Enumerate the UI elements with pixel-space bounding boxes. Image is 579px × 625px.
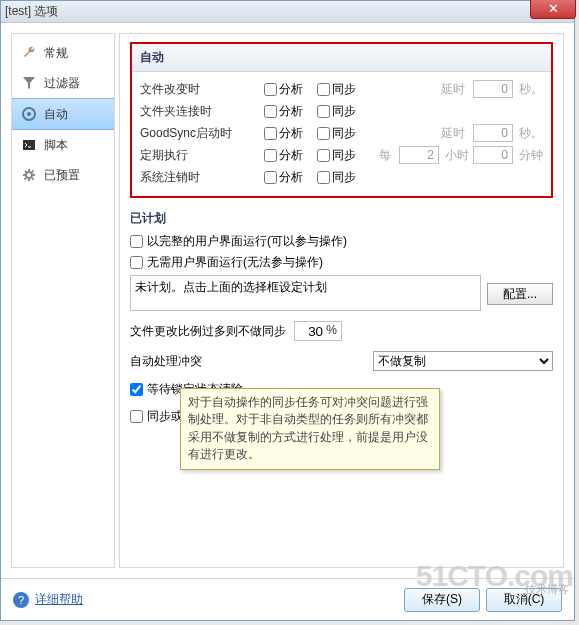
sync-checkbox[interactable]: 同步 bbox=[317, 103, 356, 120]
wrench-icon bbox=[20, 44, 38, 62]
conflict-label: 自动处理冲突 bbox=[130, 353, 202, 370]
auto-row-label: 文件夹连接时 bbox=[140, 103, 260, 120]
ratio-wrap bbox=[294, 321, 342, 341]
ratio-row: 文件更改比例过多则不做同步 bbox=[130, 321, 553, 341]
every-label: 每 bbox=[379, 147, 391, 164]
target-icon bbox=[20, 105, 38, 123]
auto-row-periodic: 定期执行 分析 同步 每 小时 分钟 bbox=[140, 144, 543, 166]
save-button[interactable]: 保存(S) bbox=[404, 588, 480, 612]
analyze-checkbox[interactable]: 分析 bbox=[264, 169, 303, 186]
window-title: [test] 选项 bbox=[5, 3, 570, 20]
sidebar-item-label: 过滤器 bbox=[44, 75, 80, 92]
delay-input[interactable] bbox=[473, 80, 513, 98]
analyze-checkbox[interactable]: 分析 bbox=[264, 81, 303, 98]
help-link[interactable]: 详细帮助 bbox=[35, 591, 83, 608]
conflict-select[interactable]: 不做复制 bbox=[373, 351, 553, 371]
body: 常规 过滤器 自动 脚本 已预置 自动 bbox=[1, 23, 574, 578]
auto-row-label: 系统注销时 bbox=[140, 169, 260, 186]
funnel-icon bbox=[20, 74, 38, 92]
auto-row-label: 文件改变时 bbox=[140, 81, 260, 98]
sync-checkbox[interactable]: 同步 bbox=[317, 147, 356, 164]
svg-point-1 bbox=[27, 112, 31, 116]
planned-title: 已计划 bbox=[130, 208, 553, 229]
sidebar-item-label: 常规 bbox=[44, 45, 68, 62]
sidebar-item-script[interactable]: 脚本 bbox=[12, 130, 114, 160]
ratio-label: 文件更改比例过多则不做同步 bbox=[130, 323, 286, 340]
sync-checkbox[interactable]: 同步 bbox=[317, 169, 356, 186]
auto-row-folderconnect: 文件夹连接时 分析 同步 bbox=[140, 100, 543, 122]
auto-row-label: 定期执行 bbox=[140, 147, 260, 164]
sidebar-item-auto[interactable]: 自动 bbox=[12, 98, 114, 130]
delay-label: 延时 bbox=[441, 125, 465, 142]
sidebar-item-preset[interactable]: 已预置 bbox=[12, 160, 114, 190]
unit-min: 分钟 bbox=[519, 147, 543, 164]
auto-rows: 文件改变时 分析 同步 延时 秒。 文件夹连接时 分析 同步 GoodSync启… bbox=[132, 72, 551, 196]
unit-sec: 秒。 bbox=[519, 81, 543, 98]
terminal-icon bbox=[20, 136, 38, 154]
delay-label: 延时 bbox=[441, 81, 465, 98]
plan-row: 配置... bbox=[130, 275, 553, 311]
sync-checkbox[interactable]: 同步 bbox=[317, 81, 356, 98]
conflict-row: 自动处理冲突 不做复制 bbox=[130, 351, 553, 371]
svg-point-3 bbox=[26, 172, 32, 178]
analyze-checkbox[interactable]: 分析 bbox=[264, 103, 303, 120]
auto-row-label: GoodSync启动时 bbox=[140, 125, 260, 142]
footer: ? 详细帮助 保存(S) 取消(C) bbox=[1, 578, 574, 620]
unit-sec: 秒。 bbox=[519, 125, 543, 142]
auto-row-filechange: 文件改变时 分析 同步 延时 秒。 bbox=[140, 78, 543, 100]
sidebar-item-filter[interactable]: 过滤器 bbox=[12, 68, 114, 98]
auto-section: 自动 文件改变时 分析 同步 延时 秒。 文件夹连接时 分析 同步 bbox=[130, 42, 553, 198]
close-button[interactable]: ✕ bbox=[530, 0, 576, 19]
sync-checkbox[interactable]: 同步 bbox=[317, 125, 356, 142]
auto-row-logoff: 系统注销时 分析 同步 bbox=[140, 166, 543, 188]
delay-input[interactable] bbox=[473, 124, 513, 142]
sidebar-item-label: 自动 bbox=[44, 106, 68, 123]
tooltip: 对于自动操作的同步任务可对冲突问题进行强制处理。对于非自动类型的任务则所有冲突都… bbox=[180, 388, 440, 470]
unit-hour: 小时 bbox=[445, 147, 469, 164]
options-window: [test] 选项 ✕ 常规 过滤器 自动 脚本 已预置 bbox=[0, 0, 575, 621]
gear-icon bbox=[20, 166, 38, 184]
plan-textarea[interactable] bbox=[130, 275, 481, 311]
sidebar-item-label: 已预置 bbox=[44, 167, 80, 184]
analyze-checkbox[interactable]: 分析 bbox=[264, 147, 303, 164]
titlebar[interactable]: [test] 选项 ✕ bbox=[1, 1, 574, 23]
help-icon: ? bbox=[13, 592, 29, 608]
sidebar-item-label: 脚本 bbox=[44, 137, 68, 154]
plan-no-ui-checkbox[interactable]: 无需用户界面运行(无法参与操作) bbox=[130, 254, 553, 271]
plan-full-ui-checkbox[interactable]: 以完整的用户界面运行(可以参与操作) bbox=[130, 233, 553, 250]
svg-rect-2 bbox=[23, 140, 35, 150]
every-hours-input[interactable] bbox=[399, 146, 439, 164]
sidebar: 常规 过滤器 自动 脚本 已预置 bbox=[11, 33, 115, 568]
sidebar-item-general[interactable]: 常规 bbox=[12, 38, 114, 68]
configure-button[interactable]: 配置... bbox=[487, 283, 553, 305]
content-panel: 自动 文件改变时 分析 同步 延时 秒。 文件夹连接时 分析 同步 bbox=[119, 33, 564, 568]
analyze-checkbox[interactable]: 分析 bbox=[264, 125, 303, 142]
cancel-button[interactable]: 取消(C) bbox=[486, 588, 562, 612]
auto-section-title: 自动 bbox=[132, 44, 551, 72]
every-mins-input[interactable] bbox=[473, 146, 513, 164]
planned-section: 已计划 以完整的用户界面运行(可以参与操作) 无需用户界面运行(无法参与操作) … bbox=[130, 208, 553, 311]
ratio-input[interactable] bbox=[294, 321, 342, 341]
auto-row-gsstart: GoodSync启动时 分析 同步 延时 秒。 bbox=[140, 122, 543, 144]
